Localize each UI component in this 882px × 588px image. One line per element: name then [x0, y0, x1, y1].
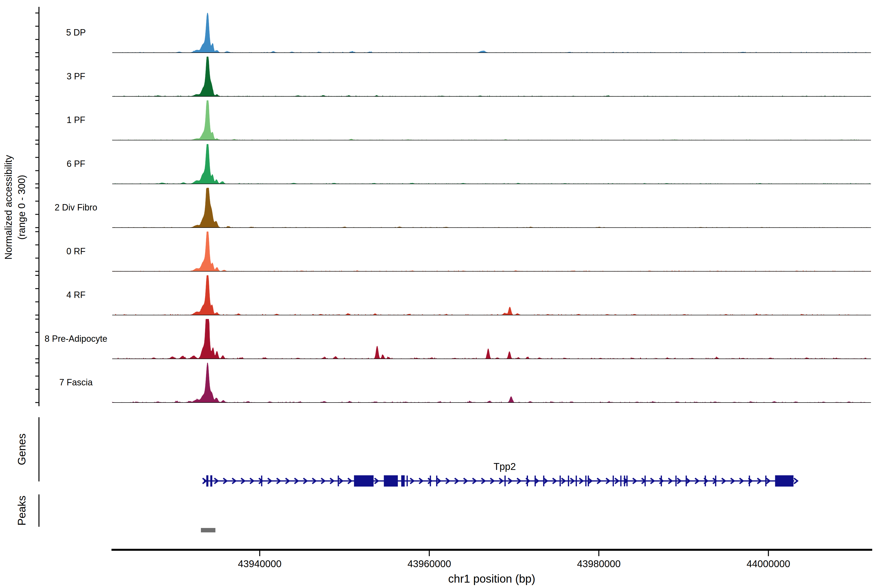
y-axis-tick	[35, 52, 39, 53]
exon-tick	[715, 476, 716, 486]
y-axis-title-line1: Normalized accessibility	[3, 155, 14, 260]
y-axis-tick	[35, 188, 39, 188]
track-baseline	[112, 402, 871, 403]
exon-tick	[675, 476, 677, 486]
coverage-plot-figure: Normalized accessibility (range 0 - 300)…	[0, 0, 882, 588]
y-axis-line	[39, 7, 39, 406]
exon-tick	[535, 476, 536, 486]
track-baseline	[112, 315, 871, 315]
exon-tick	[504, 476, 506, 486]
x-axis-tick-label: 44000000	[747, 558, 790, 569]
track-label-0-rf: 0 RF	[66, 246, 86, 256]
generated-plot-content: 5 DP3 PF1 PF6 PF2 Div Fibro0 RF4 RF8 Pre…	[35, 12, 871, 569]
track-baseline	[112, 358, 871, 359]
coverage-area-0-rf	[112, 232, 871, 272]
exon-tick	[338, 476, 339, 486]
x-axis-tick-label: 43960000	[407, 558, 451, 569]
y-axis-tick	[35, 100, 39, 101]
track-label-8-pre-adipocyte: 8 Pre-Adipocyte	[45, 334, 107, 344]
track-baseline	[112, 96, 871, 97]
gene-name-label: Tpp2	[494, 461, 516, 472]
y-axis-title-line2: (range 0 - 300)	[16, 175, 27, 240]
exon-box	[384, 475, 398, 487]
y-axis-tick	[35, 302, 39, 302]
exon-tick	[686, 476, 687, 486]
y-axis-tick	[35, 244, 39, 246]
track-baseline	[112, 52, 871, 53]
exon-tick	[620, 476, 622, 486]
y-axis-tick	[35, 389, 39, 390]
y-axis-tick	[35, 12, 39, 14]
x-axis-tick	[429, 551, 430, 556]
track-label-6-pf: 6 PF	[67, 159, 85, 169]
y-axis-tick	[35, 332, 39, 333]
track-label-3-pf: 3 PF	[67, 71, 85, 81]
exon-tick	[527, 476, 528, 486]
y-axis-tick	[35, 113, 39, 114]
y-axis-tick	[35, 315, 39, 315]
track-baseline	[112, 184, 871, 184]
track-label-4-rf: 4 RF	[66, 290, 86, 300]
y-axis-tick	[35, 126, 39, 128]
y-axis-tick	[35, 358, 39, 359]
y-axis-tick	[35, 70, 39, 70]
exon-tick	[749, 476, 750, 486]
exon-tick	[430, 476, 431, 486]
exon-box	[401, 475, 405, 487]
track-label-1-pf: 1 PF	[67, 115, 85, 125]
genes-section-label: Genes	[16, 434, 28, 465]
y-axis-tick	[35, 201, 39, 202]
x-axis-line	[111, 549, 872, 551]
coverage-area-6-pf	[112, 144, 871, 184]
y-axis-tick	[35, 96, 39, 97]
exon-tick	[406, 476, 408, 486]
coverage-area-4-rf	[112, 275, 871, 315]
coverage-area-2-div-fibro	[112, 188, 871, 228]
track-label-5-dp: 5 DP	[66, 27, 86, 38]
exon-tick	[543, 476, 544, 486]
y-axis-tick	[35, 170, 39, 171]
y-axis-tick	[35, 157, 39, 158]
exon-box	[775, 475, 794, 487]
y-axis-tick	[35, 362, 39, 363]
y-axis-tick	[35, 56, 39, 57]
coverage-area-8-pre-adipocyte	[112, 319, 871, 359]
x-axis-tick-label: 43940000	[238, 558, 282, 569]
exon-tick	[765, 476, 766, 486]
exon-tick	[576, 476, 577, 486]
y-axis-tick	[35, 39, 39, 40]
y-axis-tick	[35, 144, 39, 145]
genes-section-axis-line	[39, 417, 39, 482]
exon-tick	[613, 476, 614, 486]
track-baseline	[112, 227, 871, 228]
track-baseline	[112, 271, 871, 272]
strand-arrow-icon	[794, 478, 798, 484]
x-axis-title: chr1 position (bp)	[448, 572, 535, 585]
coverage-area-3-pf	[112, 57, 871, 96]
peak-region-box	[201, 528, 215, 532]
y-axis-tick	[35, 26, 39, 27]
y-axis-tick	[35, 402, 39, 403]
exon-tick	[705, 476, 706, 486]
y-axis-tick	[35, 140, 39, 141]
exon-tick	[261, 476, 262, 486]
exon-tick	[627, 476, 628, 486]
exon-tick	[585, 476, 586, 486]
coverage-area-1-pf	[112, 100, 871, 140]
exon-tick	[588, 476, 589, 486]
y-axis-tick	[35, 231, 39, 232]
y-axis-tick	[35, 271, 39, 272]
y-axis-tick	[35, 376, 39, 376]
y-axis-tick	[35, 214, 39, 215]
exon-tick	[624, 476, 625, 486]
coverage-area-7-fascia	[112, 363, 871, 402]
tracks-plot: Normalized accessibility (range 0 - 300)…	[0, 0, 882, 588]
y-axis-tick	[35, 83, 39, 84]
track-label-2-div-fibro: 2 Div Fibro	[55, 202, 97, 212]
peaks-section-label: Peaks	[16, 496, 28, 525]
y-axis-tick	[35, 183, 39, 184]
x-axis-tick-label: 43980000	[577, 558, 621, 569]
x-axis-tick	[259, 551, 260, 556]
exon-tick	[645, 476, 646, 486]
coverage-area-5-dp	[112, 13, 871, 52]
